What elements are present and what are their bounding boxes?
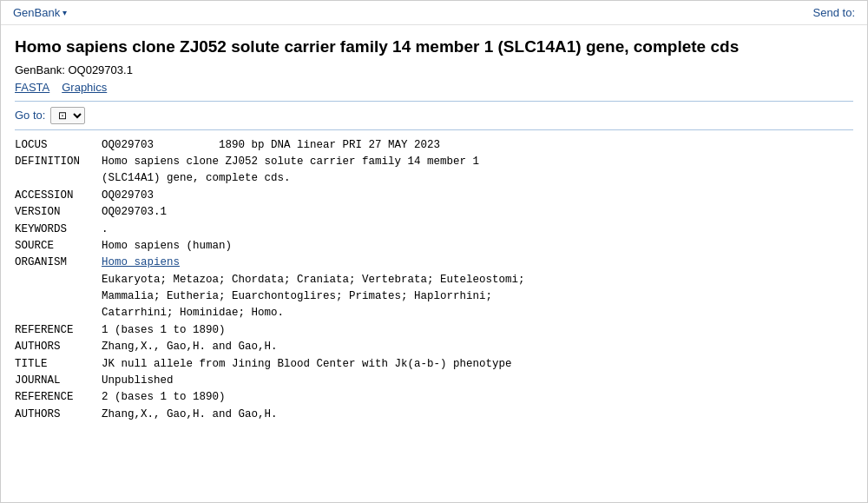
reference1-row: REFERENCE 1 (bases 1 to 1890) <box>15 322 853 339</box>
journal1-field: JOURNAL <box>15 373 102 389</box>
keywords-row: KEYWORDS . <box>15 222 853 238</box>
authors1-value: Zhang,X., Gao,H. and Gao,H. <box>102 339 853 355</box>
reference1-field: REFERENCE <box>15 322 102 339</box>
accession-line: GenBank: OQ029703.1 <box>15 63 853 76</box>
organism-row: ORGANISM Homo sapiens <box>15 255 853 271</box>
keywords-value: . <box>102 222 853 238</box>
organism-tax-row-2: Mammalia; Eutheria; Euarchontoglires; Pr… <box>15 288 853 305</box>
goto-bar: Go to: ⊡ <box>15 107 853 124</box>
authors1-row: AUTHORS Zhang,X., Gao,H. and Gao,H. <box>15 339 853 355</box>
accession-field: ACCESSION <box>15 188 102 204</box>
authors1-field: AUTHORS <box>15 339 102 355</box>
reference1-value: 1 (bases 1 to 1890) <box>102 322 853 339</box>
divider-2 <box>15 129 853 130</box>
divider-1 <box>15 101 853 102</box>
source-value: Homo sapiens (human) <box>102 238 853 255</box>
organism-field: ORGANISM <box>15 255 102 271</box>
journal1-row: JOURNAL Unpublished <box>15 373 853 389</box>
title1-row: TITLE JK null allele from Jining Blood C… <box>15 356 853 373</box>
organism-tax-1: Eukaryota; Metazoa; Chordata; Craniata; … <box>102 272 853 288</box>
organism-tax-2: Mammalia; Eutheria; Euarchontoglires; Pr… <box>102 288 853 305</box>
reference2-field: REFERENCE <box>15 389 102 406</box>
accession-number: OQ029703.1 <box>68 63 132 76</box>
keywords-field: KEYWORDS <box>15 222 102 238</box>
genbank-dropdown-arrow: ▾ <box>62 8 67 17</box>
organism-value: Homo sapiens <box>102 255 853 271</box>
version-value: OQ029703.1 <box>102 204 853 221</box>
main-content: Homo sapiens clone ZJ052 solute carrier … <box>1 25 867 423</box>
links-row: FASTA Graphics <box>15 81 853 94</box>
record-table: LOCUS OQ029703 1890 bp DNA linear PRI 27… <box>15 137 853 423</box>
genbank-prefix: GenBank: <box>15 63 68 76</box>
title1-field: TITLE <box>15 356 102 373</box>
organism-tax-3: Catarrhini; Hominidae; Homo. <box>102 305 853 321</box>
version-row: VERSION OQ029703.1 <box>15 204 853 221</box>
organism-tax-row-3: Catarrhini; Hominidae; Homo. <box>15 305 853 321</box>
definition-value-1: Homo sapiens clone ZJ052 solute carrier … <box>102 154 853 170</box>
locus-row: LOCUS OQ029703 1890 bp DNA linear PRI 27… <box>15 137 853 154</box>
authors2-value: Zhang,X., Gao,H. and Gao,H. <box>102 407 853 423</box>
genbank-menu[interactable]: GenBank ▾ <box>13 6 67 19</box>
goto-label[interactable]: Go to: <box>15 109 45 122</box>
journal1-value: Unpublished <box>102 373 853 389</box>
genbank-label: GenBank <box>13 6 60 19</box>
accession-rec-value: OQ029703 <box>102 188 853 204</box>
title1-value[interactable]: JK null allele from Jining Blood Center … <box>102 356 853 373</box>
definition-field: DEFINITION <box>15 154 102 170</box>
organism-link[interactable]: Homo sapiens <box>102 256 180 268</box>
title-section: Homo sapiens clone ZJ052 solute carrier … <box>15 36 853 94</box>
definition-row-2: (SLC14A1) gene, complete cds. <box>15 170 853 187</box>
reference2-value: 2 (bases 1 to 1890) <box>102 389 853 406</box>
page-title: Homo sapiens clone ZJ052 solute carrier … <box>15 36 853 58</box>
reference2-row: REFERENCE 2 (bases 1 to 1890) <box>15 389 853 406</box>
locus-field: LOCUS <box>15 137 102 154</box>
authors2-field: AUTHORS <box>15 407 102 423</box>
organism-tax-row-1: Eukaryota; Metazoa; Chordata; Craniata; … <box>15 272 853 288</box>
locus-value: OQ029703 1890 bp DNA linear PRI 27 MAY 2… <box>102 137 853 154</box>
top-bar: GenBank ▾ Send to: <box>1 1 867 25</box>
fasta-link[interactable]: FASTA <box>15 81 49 94</box>
definition-value-2: (SLC14A1) gene, complete cds. <box>102 170 853 187</box>
source-row: SOURCE Homo sapiens (human) <box>15 238 853 255</box>
accession-row: ACCESSION OQ029703 <box>15 188 853 204</box>
source-field: SOURCE <box>15 238 102 255</box>
graphics-link[interactable]: Graphics <box>62 81 107 94</box>
version-field: VERSION <box>15 204 102 221</box>
send-to-link[interactable]: Send to: <box>813 6 855 19</box>
goto-select[interactable]: ⊡ <box>50 107 85 124</box>
authors2-row: AUTHORS Zhang,X., Gao,H. and Gao,H. <box>15 407 853 423</box>
definition-row: DEFINITION Homo sapiens clone ZJ052 solu… <box>15 154 853 170</box>
